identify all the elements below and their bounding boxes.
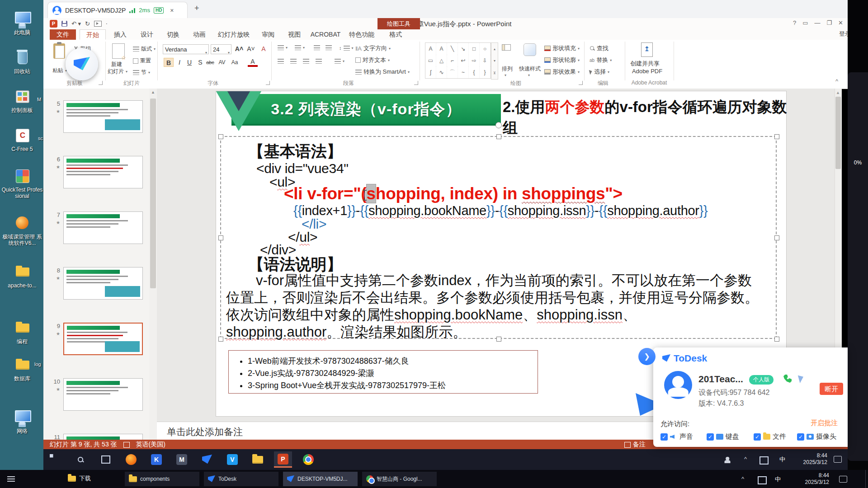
permission-camera[interactable]: ✓摄像头 [797, 432, 836, 441]
increase-indent-button[interactable] [326, 45, 332, 50]
tab-special[interactable]: 特色功能 [345, 29, 378, 40]
tab-design[interactable]: 设计 [136, 29, 158, 40]
close-tab-icon[interactable]: × [170, 7, 174, 14]
tab-acrobat[interactable]: ACROBAT [309, 29, 342, 40]
start-slideshow-button[interactable] [94, 21, 102, 27]
shape-glyph[interactable]: } [480, 66, 491, 78]
minimize-icon[interactable]: — [814, 19, 820, 26]
redo-button[interactable]: ↻ [85, 20, 90, 27]
desktop-icon-programming[interactable]: 编程 [1, 320, 43, 345]
slide-thumbnail[interactable]: 9 ★ [43, 323, 156, 355]
scroll-up-icon[interactable]: ▲ [151, 90, 155, 94]
drawing-dialog-launcher[interactable] [579, 81, 583, 85]
paste-icon[interactable] [53, 43, 65, 59]
tab-view[interactable]: 视图 [283, 29, 306, 40]
shape-glyph[interactable]: ∿ [436, 66, 447, 78]
slide-thumbnail-preview[interactable] [63, 434, 143, 440]
replace-button[interactable]: ab替换▾ [590, 56, 612, 64]
task-view-button[interactable] [97, 451, 115, 468]
selection-handle[interactable] [774, 134, 779, 139]
scroll-up-icon[interactable]: ▲ [836, 90, 840, 95]
taskbar-firefox[interactable] [122, 451, 140, 468]
shape-effects-button[interactable]: 形状效果▾ [544, 68, 580, 76]
select-button[interactable]: 选择▾ [590, 68, 609, 76]
align-center-button[interactable] [290, 59, 297, 64]
explanation-line2[interactable]: 位置上，否则渲染后不会出结果。多个参数必须使用括号包裹，并使用逗号分隔参数。 [226, 289, 780, 306]
shape-glyph[interactable]: ⇨ [469, 55, 480, 66]
session-tab[interactable]: DESKTOP-VM5DJ2P 2ms HD × [47, 2, 188, 18]
font-name-combo[interactable]: Verdana▾ [163, 44, 209, 54]
shape-glyph[interactable]: ▭ [425, 55, 436, 66]
shrink-font-button[interactable]: A˅ [246, 44, 256, 53]
host-clock[interactable]: 8:442025/3/12 [791, 472, 829, 486]
shape-glyph[interactable]: A [436, 43, 447, 55]
shape-glyph[interactable]: ʃ [425, 66, 436, 78]
downloads-toolbar[interactable]: 下载 [68, 474, 91, 483]
align-left-button[interactable] [278, 59, 284, 64]
smartart-button[interactable]: 转换为 SmartArt▾ [355, 68, 410, 76]
shadow-button[interactable]: S [195, 58, 205, 67]
find-button[interactable]: 查找 [590, 44, 609, 52]
host-menu-icon[interactable] [7, 476, 15, 477]
desktop-icon-jiyu[interactable]: 极域课堂管理 系统软件V6... [1, 215, 43, 246]
columns-button[interactable]: ▾ [335, 59, 344, 64]
line-spacing-button[interactable]: ↕▾ [339, 45, 354, 51]
desktop-icon-cfree[interactable]: CC-Free 5 [1, 127, 43, 152]
shape-glyph[interactable]: { [469, 66, 480, 78]
slide-title-banner[interactable]: 3.2 列表渲染（v-for指令） [231, 94, 501, 126]
shape-outline-button[interactable]: 形状轮廓▾ [544, 56, 580, 64]
action-center-icon[interactable] [839, 476, 847, 483]
create-share-pdf-button[interactable]: 创建并共享 [630, 60, 660, 68]
customize-qat-icon[interactable]: ⸱ [106, 20, 107, 28]
slide-thumbnail[interactable]: 7 ★ [43, 211, 156, 244]
font-color-button[interactable]: A [248, 58, 258, 67]
desktop-icon-database[interactable]: 数据库 [1, 357, 43, 382]
new-tab-button[interactable]: + [194, 4, 199, 13]
selection-handle[interactable] [774, 235, 779, 240]
slide-thumbnail-panel[interactable]: 5 ★ 6 ★ [43, 89, 157, 440]
shape-glyph[interactable]: △ [436, 55, 447, 66]
paste-button[interactable]: 粘贴▾ [52, 67, 67, 75]
taskbar-todesk-host[interactable]: ToDesk [204, 472, 278, 486]
clipboard-dialog-launcher[interactable] [99, 81, 103, 85]
tab-file[interactable]: 文件 [50, 29, 76, 40]
slide-thumbnail[interactable]: 5 ★ [43, 100, 156, 133]
reset-button[interactable]: 重置 [133, 57, 151, 65]
todesk-floating-ball[interactable] [66, 48, 98, 80]
desktop-icon-network[interactable]: 网络 [1, 409, 43, 434]
checkbox-checked-icon[interactable]: ✓ [797, 433, 804, 441]
section-button[interactable]: 节▾ [133, 69, 150, 76]
people-tray-icon[interactable] [723, 455, 731, 464]
character-spacing-button[interactable]: AV [217, 58, 227, 67]
save-button[interactable] [61, 21, 67, 27]
slide-thumbnail[interactable]: 11 ★ [43, 434, 156, 440]
explanation-line4[interactable]: shopping.author。渲染结果如图所示。 [226, 324, 780, 341]
checkbox-checked-icon[interactable]: ✓ [754, 433, 761, 441]
slide-thumbnail[interactable]: 8 ★ [43, 267, 156, 300]
rotation-handle[interactable] [495, 122, 502, 128]
slide-thumbnail-preview[interactable] [63, 156, 143, 188]
language-indicator[interactable]: 英语(美国) [136, 441, 165, 449]
tab-animations[interactable]: 动画 [188, 29, 211, 40]
new-slide-button[interactable]: 新建 [111, 61, 122, 68]
display-tray-icon[interactable] [758, 476, 767, 484]
shape-glyph[interactable]: □ [469, 43, 480, 55]
desktop-icon-apache[interactable]: apache-to... [1, 264, 43, 289]
quick-styles-button[interactable]: 快速样式 [519, 65, 541, 73]
italic-button[interactable]: I [175, 58, 184, 67]
taskbar-vscode[interactable]: V [223, 451, 241, 468]
shape-glyph[interactable]: A [425, 43, 436, 55]
shape-glyph[interactable]: ↩ [458, 55, 469, 66]
tab-transitions[interactable]: 切换 [162, 29, 184, 40]
align-right-button[interactable] [303, 59, 309, 64]
permission-keyboard[interactable]: ✓键盘 [707, 432, 739, 441]
selection-handle[interactable] [218, 337, 223, 342]
selection-handle[interactable] [218, 235, 223, 240]
taskbar-chrome[interactable] [299, 451, 317, 468]
shapes-gallery[interactable]: AA╲↘□○▭△⌐↩⇨⇩ʃ∿⌒~{} [425, 42, 491, 79]
show-desktop-button[interactable] [865, 470, 866, 488]
selection-handle[interactable] [496, 337, 501, 342]
slide-note-topright[interactable]: 2.使用两个参数的v-for指令循环遍历对象数组 [503, 97, 792, 138]
desktop-icon-quicktest[interactable]: QuickTest Professional [1, 168, 43, 199]
code-line-vfor[interactable]: <li v-for="(shopping, index) in shopping… [284, 184, 623, 203]
